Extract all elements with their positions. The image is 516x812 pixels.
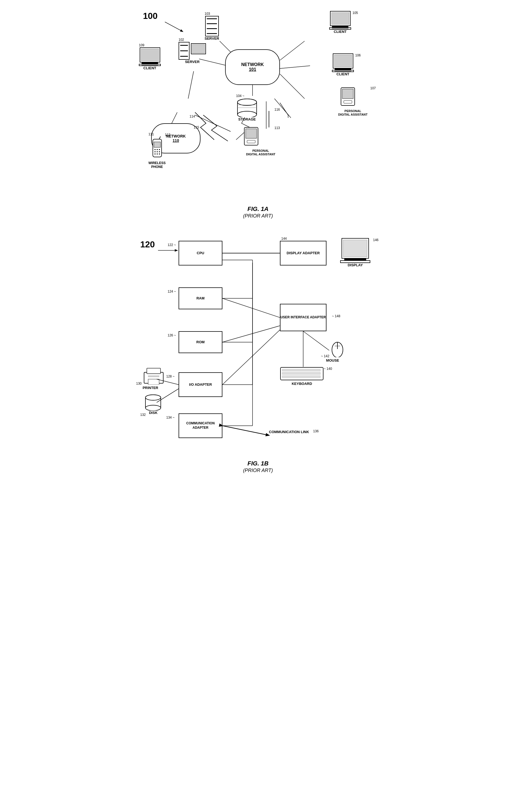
ref-114: 114	[189, 114, 195, 119]
fig1b-diagram: 120 CPU 122 ~ RAM 124 ~ ROM 126 ~ I/O AD…	[135, 233, 381, 457]
storage-104: 104 ~ STORAGE	[236, 93, 258, 122]
svg-rect-35	[246, 129, 256, 138]
svg-rect-36	[247, 140, 255, 143]
comm-link: COMMUNICATION LINK 136	[269, 430, 309, 434]
display-monitor: 146 DISPLAY	[340, 238, 370, 267]
ref-120: 120	[140, 239, 155, 250]
server-103: 103 SERVER	[205, 11, 219, 41]
svg-point-29	[157, 151, 158, 152]
fig1a-title: FIG. 1A	[134, 205, 382, 212]
cpu-block: CPU	[179, 241, 222, 265]
svg-point-53	[146, 405, 161, 411]
ref-115: 115	[194, 125, 199, 129]
ref-144: 144	[281, 236, 287, 241]
printer-svg	[143, 367, 164, 385]
ref-122: 122 ~	[168, 242, 176, 247]
svg-line-68	[222, 330, 280, 385]
fig1b-subtitle: (PRIOR ART)	[134, 468, 382, 473]
svg-line-73	[222, 426, 269, 435]
io-block: I/O ADAPTER	[179, 372, 222, 397]
svg-point-28	[154, 151, 156, 152]
svg-point-15	[238, 111, 256, 117]
display-adapter-block: DISPLAY ADAPTER	[280, 241, 327, 265]
svg-point-27	[159, 149, 160, 150]
ref-136: 136	[313, 429, 318, 433]
client-106: 106 CLIENT	[332, 53, 354, 77]
network-101: NETWORK 101	[225, 49, 280, 85]
ref-100: 100	[143, 11, 157, 21]
pda-113: 113 PERSONALDIGITAL ASSISTANT	[242, 126, 280, 156]
svg-point-30	[159, 151, 160, 152]
svg-point-54	[146, 395, 161, 400]
ui-adapter-block: USER INTERFACE ADAPTER	[280, 304, 327, 331]
svg-rect-48	[147, 368, 160, 374]
keyboard-svg	[280, 367, 324, 380]
ram-block: RAM	[179, 287, 222, 309]
ref-148: ~ 148	[332, 313, 340, 318]
svg-point-33	[159, 153, 160, 154]
svg-point-26	[157, 149, 158, 150]
svg-rect-21	[344, 100, 352, 103]
server-102: 102 SERVER	[179, 37, 206, 64]
svg-point-25	[154, 149, 156, 150]
svg-point-32	[157, 153, 158, 154]
svg-line-66	[222, 298, 280, 318]
printer: 130 PRINTER	[136, 367, 164, 390]
rom-block: ROM	[179, 331, 222, 353]
svg-rect-45	[282, 372, 321, 375]
svg-line-38	[280, 103, 288, 115]
mouse: ~ 142 MOUSE	[321, 340, 344, 363]
svg-line-10	[195, 115, 231, 132]
ref-126: 126 ~	[168, 332, 176, 338]
svg-line-67	[222, 326, 280, 342]
client-105: 105 CLIENT	[329, 11, 351, 34]
svg-line-4	[280, 66, 310, 68]
ref-124: 124 ~	[168, 289, 176, 294]
svg-point-31	[154, 153, 156, 154]
keyboard: ~ 140 KEYBOARD	[280, 367, 324, 386]
svg-rect-49	[148, 376, 159, 377]
phone-svg	[150, 137, 164, 161]
disk: DISK 132	[144, 394, 162, 415]
ref-132: 132	[140, 412, 146, 417]
pda-107: 107 PERSONALDIGITAL ASSISTANT	[338, 86, 368, 116]
storage-svg	[236, 98, 258, 117]
ref-112: 112	[165, 132, 170, 137]
svg-rect-20	[342, 89, 353, 98]
disk-svg	[144, 394, 162, 411]
svg-rect-23	[154, 142, 160, 147]
ref-128: 128 ~	[166, 374, 175, 379]
svg-line-6	[280, 74, 305, 98]
fig1a-diagram: 100	[135, 5, 381, 203]
ref-134: 134 ~	[166, 415, 175, 420]
svg-point-16	[238, 99, 256, 106]
ref-116: 116	[274, 107, 280, 112]
page: 100	[129, 0, 387, 484]
svg-line-24	[159, 137, 160, 139]
svg-line-74	[222, 426, 269, 435]
svg-line-7	[188, 71, 194, 98]
fig1a-subtitle: (PRIOR ART)	[134, 213, 382, 219]
comm-block: COMMUNICATION ADAPTER	[179, 413, 222, 438]
svg-rect-50	[148, 379, 159, 385]
svg-line-0	[165, 22, 183, 31]
fig1b-title: FIG. 1B	[134, 460, 382, 467]
mouse-svg	[331, 340, 344, 357]
client-109: 109 CLIENT	[139, 42, 161, 70]
pda113-svg	[242, 126, 261, 148]
svg-rect-46	[282, 376, 321, 378]
pda107-svg	[338, 86, 357, 108]
phone-111: 111	[148, 132, 166, 169]
svg-rect-44	[282, 369, 321, 371]
svg-line-3	[280, 41, 305, 60]
